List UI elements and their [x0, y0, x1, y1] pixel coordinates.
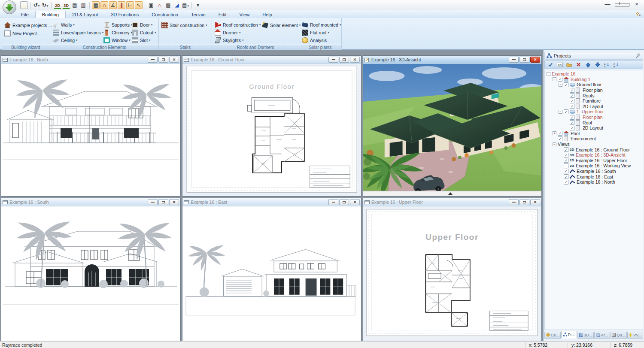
expand-icon[interactable]: +: [553, 131, 556, 135]
close-button[interactable]: ✕: [169, 57, 179, 63]
tree-checkbox[interactable]: ✓: [564, 82, 568, 87]
panel-tab-pv[interactable]: PV...: [627, 332, 644, 339]
tree-item-views[interactable]: −Views: [545, 142, 643, 147]
apply-icon[interactable]: [546, 61, 554, 68]
tab-view[interactable]: View: [233, 11, 256, 18]
dimension-tool-icon[interactable]: ⊢: [126, 1, 134, 9]
ribbon-item-flat-roof[interactable]: Flat roof▾: [302, 29, 340, 36]
tab-building[interactable]: Building: [35, 11, 66, 18]
select-cursor-icon[interactable]: ↖: [135, 1, 143, 9]
close-window-button[interactable]: ×: [629, 0, 644, 9]
maximize-button[interactable]: [339, 199, 349, 205]
split-vertical-icon[interactable]: ▥: [79, 1, 87, 9]
tree-item-building-1[interactable]: −✓Building 1: [545, 77, 643, 82]
minimize-button[interactable]: [328, 57, 338, 63]
panel-tab-3d[interactable]: 3D...: [577, 332, 594, 339]
collapse-icon[interactable]: −: [559, 110, 562, 114]
ribbon-item-slot[interactable]: Slot▾: [132, 36, 160, 44]
tree-item-example-16-east[interactable]: ✓Example 16 : East: [545, 174, 643, 179]
tree-checkbox[interactable]: ✓: [564, 174, 568, 179]
east-elevation-view[interactable]: [182, 206, 361, 341]
tree-item-2d-layout[interactable]: ✓2D Layout: [545, 104, 643, 109]
ribbon-item-lower-upper-beams[interactable]: Lower/upper beams▾: [53, 29, 103, 36]
view-2d-icon[interactable]: 2D: [54, 1, 61, 9]
material-wedge-icon[interactable]: ◢: [173, 1, 181, 9]
ribbon-item-dormer[interactable]: Dormer▾: [215, 29, 262, 36]
new-document-icon[interactable]: [20, 1, 28, 9]
application-menu-button[interactable]: [3, 0, 16, 14]
rename-icon[interactable]: ab: [556, 61, 564, 68]
parallel-guides-icon[interactable]: ∥: [118, 1, 125, 9]
tree-item-1-upper-floor[interactable]: −✓1. Upper floor: [545, 109, 643, 115]
ribbon-item-roof-mounted[interactable]: Roof mounted▾: [302, 21, 340, 29]
minimize-button[interactable]: [509, 199, 519, 205]
sort-desc-icon[interactable]: za: [612, 61, 620, 68]
tree-checkbox[interactable]: ✓: [564, 153, 568, 157]
panel-tab-ca[interactable]: Ca...: [544, 332, 561, 339]
window-upper-floor-titlebar[interactable]: Example 16 : Upper Floor ✕: [363, 198, 541, 206]
tree-checkbox[interactable]: ✓: [570, 120, 574, 125]
tree-item-floor-plan[interactable]: ✓Floor plan: [545, 88, 643, 93]
tree-checkbox[interactable]: ✓: [564, 180, 568, 185]
tree-item-example-16-south[interactable]: ✓Example 16 : South: [545, 169, 643, 174]
snap-grid-icon[interactable]: ▦: [92, 1, 100, 9]
new-window-icon[interactable]: ▣: [147, 1, 155, 9]
tree-checkbox[interactable]: ✓: [564, 169, 568, 173]
tree-checkbox[interactable]: [564, 163, 568, 168]
tree-item-environment[interactable]: ✓Environment: [545, 136, 643, 142]
ribbon-item-analysis[interactable]: Analysis: [302, 36, 340, 44]
tree-checkbox[interactable]: ✓: [564, 109, 568, 114]
tab-edit[interactable]: Edit: [212, 11, 233, 18]
clipboard-icon[interactable]: ▤▾: [182, 1, 189, 9]
tree-item-example-16-working-view[interactable]: 2DExample 16 : Working View: [545, 163, 643, 169]
delete-icon[interactable]: [574, 61, 583, 68]
tab-3d-functions[interactable]: 3D Functions: [104, 11, 145, 18]
collapse-icon[interactable]: −: [553, 77, 556, 81]
sort-asc-icon[interactable]: az: [603, 61, 611, 68]
maximize-button[interactable]: [158, 199, 168, 205]
ground-floor-plan-view[interactable]: Ground Floor: [182, 64, 361, 196]
minimize-button[interactable]: [148, 199, 158, 205]
close-button[interactable]: ✕: [530, 199, 540, 205]
toolbar-overflow-icon[interactable]: ▾: [194, 1, 202, 9]
roof-tool-icon[interactable]: ⌂: [156, 1, 164, 9]
undo-icon[interactable]: ↺▾: [33, 1, 40, 9]
ribbon-item-door[interactable]: Door▾: [132, 21, 160, 29]
open-folder-icon[interactable]: [565, 61, 573, 68]
tree-item-roofs[interactable]: ✓Roofs: [545, 93, 643, 98]
tab-construction[interactable]: Construction: [145, 11, 185, 18]
tree-item-pool[interactable]: +✓Pool: [545, 131, 643, 136]
close-button[interactable]: ✕: [350, 199, 360, 205]
tree-item-example-16-3d-ansicht[interactable]: ✓3DExample 16 : 3D-Ansicht: [545, 152, 643, 158]
north-elevation-view[interactable]: [1, 64, 180, 196]
ribbon-item-stair-construction[interactable]: Stair construction▾: [161, 21, 210, 29]
collapse-icon[interactable]: −: [559, 83, 562, 87]
tree-item-example-16-upper-floor[interactable]: ✓2DExample 16 : Upper Floor: [545, 158, 643, 163]
pin-icon[interactable]: [635, 53, 641, 58]
close-button[interactable]: ✕: [530, 57, 540, 63]
panel-tab-pr[interactable]: Pr...: [561, 331, 577, 339]
minimize-button[interactable]: [509, 57, 519, 63]
south-elevation-view[interactable]: [1, 206, 180, 341]
help-button[interactable]: ?▾: [636, 12, 641, 18]
ribbon-item-ceiling[interactable]: Ceiling▾: [53, 36, 103, 44]
panel-tab-qu[interactable]: Qu...: [611, 332, 627, 339]
tree-checkbox[interactable]: ✓: [558, 136, 562, 141]
ribbon-item-cutout[interactable]: Cutout▾: [132, 29, 160, 36]
minimize-window-button[interactable]: —: [600, 0, 615, 9]
magnet-icon[interactable]: ∩: [100, 1, 108, 9]
maximize-button[interactable]: [519, 57, 529, 63]
window-east-titlebar[interactable]: Example 16 : East ✕: [182, 198, 361, 206]
close-button[interactable]: ✕: [169, 199, 179, 205]
ribbon-item-new-project[interactable]: New Project ...: [4, 29, 48, 37]
panel-tab-ar[interactable]: Ar...: [594, 332, 611, 339]
tab-2d-layout[interactable]: 2D & Layout: [66, 11, 105, 18]
maximize-button[interactable]: [158, 57, 168, 63]
tab-terrain[interactable]: Terrain: [185, 11, 212, 18]
tree-checkbox[interactable]: ✓: [564, 147, 568, 152]
ribbon-item-solar-element[interactable]: Solar element▾: [262, 21, 300, 29]
window-south-titlebar[interactable]: Example 16 : South ✕: [1, 198, 180, 206]
ribbon-item-example-projects[interactable]: Example projects ...: [4, 21, 48, 29]
window-north-titlebar[interactable]: Example 16 : North ✕: [1, 56, 180, 64]
tree-checkbox[interactable]: ✓: [570, 126, 574, 130]
